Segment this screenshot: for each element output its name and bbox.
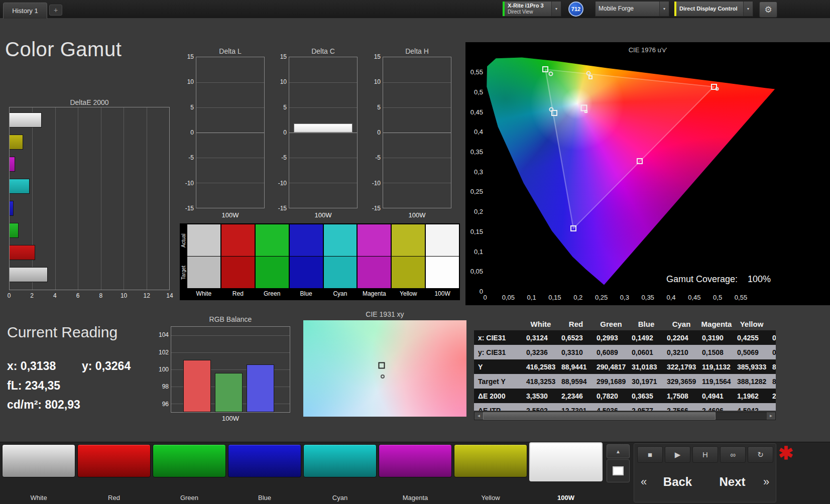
pattern-source-labels: Mobile Forge <box>596 6 659 13</box>
patch-label: Blue <box>228 494 301 501</box>
gridline <box>78 107 78 290</box>
deltae-bar-cyan <box>10 179 30 194</box>
meter-dropdown[interactable]: X-Rite i1Pro 3 Direct View ▼ <box>502 1 561 17</box>
deltae2000-plot <box>9 107 170 290</box>
deltae-bar-white <box>10 267 48 282</box>
table-header-row: WhiteRedGreenBlueCyanMagentaYellow <box>474 317 776 330</box>
swatch-actual <box>324 224 357 256</box>
pattern-button[interactable]: H <box>692 446 718 463</box>
swatch-target <box>324 257 357 288</box>
rgb-balance-yticks: 1041021009896 <box>159 326 169 413</box>
target-row-label: Target <box>180 257 187 288</box>
swatch-target <box>290 257 323 288</box>
table-cell: 4,5036 <box>594 403 629 411</box>
add-tab-button[interactable]: + <box>49 5 62 16</box>
swatch-column-green: Green <box>256 224 289 300</box>
refresh-button[interactable]: ↻ <box>748 446 773 463</box>
rgb-bar-green <box>215 373 243 412</box>
delta-h-plot <box>383 57 451 208</box>
patch-swatch <box>77 444 151 477</box>
table-cell: 0,1508 <box>699 345 734 359</box>
table-cell: 2,2346 <box>558 389 594 403</box>
axis-tick-label: 5 <box>370 104 381 111</box>
gear-icon: ⚙ <box>764 5 772 15</box>
axis-tick-label: 98 <box>159 383 169 390</box>
alert-asterisk-icon[interactable]: ✱ <box>778 442 793 464</box>
rgb-balance-plot <box>171 326 290 413</box>
table-cell: 290,4817 <box>594 359 629 374</box>
swatch-label: 100W <box>426 288 459 299</box>
patch-button-red[interactable]: Red <box>77 442 151 504</box>
reading-fl-value: fL: 234,35 <box>7 379 60 393</box>
cie1976-panel: CIE 1976 u'v' 00,050,10,150,20,250,30,35… <box>465 42 830 305</box>
swatch-target <box>221 257 255 288</box>
play-button[interactable]: ▶ <box>665 446 690 463</box>
swatch-actual <box>256 224 289 256</box>
table-cell: 2,9577 <box>629 403 664 411</box>
pattern-up-button[interactable]: ▲ <box>607 444 630 458</box>
next-button[interactable]: Next <box>705 475 760 489</box>
delta-c-yticks: 151050-5-10-15 <box>276 57 287 208</box>
patch-label: Cyan <box>303 494 377 501</box>
axis-tick-label: 6 <box>76 292 80 299</box>
patch-swatch <box>379 444 452 477</box>
loop-button[interactable]: ∞ <box>720 446 746 463</box>
table-row: x: CIE310,31240,65230,29930,14920,22040,… <box>474 330 776 345</box>
scroll-thumb[interactable] <box>483 412 716 420</box>
table-scrollbar[interactable]: ◄ ► <box>474 412 776 420</box>
table-cell: 0,3190 <box>699 330 734 345</box>
patch-button-yellow[interactable]: Yellow <box>454 442 527 504</box>
gridline <box>383 133 451 133</box>
patch-button-cyan[interactable]: Cyan <box>303 442 377 504</box>
back-button[interactable]: Back <box>650 475 705 489</box>
swatch-column-blue: Blue <box>290 224 323 300</box>
deltae2000-title: DeltaE 2000 <box>9 98 170 106</box>
patch-label: Red <box>77 494 151 501</box>
back-chevron-button[interactable]: « <box>637 475 650 488</box>
table-row-label: Target Y <box>474 374 523 389</box>
table-cell: 2,7566 <box>664 403 699 411</box>
marker-yellow-target <box>588 75 592 79</box>
pattern-source-label: Mobile Forge <box>599 6 656 13</box>
display-control-dropdown[interactable]: Direct Display Control ▼ <box>674 1 753 17</box>
axis-tick-label: 0,5 <box>713 294 722 301</box>
gridline <box>101 107 101 290</box>
axis-tick-label: 96 <box>159 401 169 408</box>
stop-button[interactable]: ■ <box>637 446 663 463</box>
scroll-track[interactable] <box>483 412 767 420</box>
patch-label: Yellow <box>454 494 527 501</box>
tab-history[interactable]: History 1 <box>3 3 47 19</box>
pattern-source-dropdown[interactable]: Mobile Forge ▼ <box>595 1 669 17</box>
swatch-column-white: White <box>187 224 220 300</box>
next-chevron-button[interactable]: » <box>760 475 773 488</box>
app-window: History 1 + X-Rite i1Pro 3 Direct View ▼… <box>0 0 830 504</box>
swatch-label: Green <box>256 288 289 299</box>
patch-button-100w[interactable]: 100W <box>529 442 603 504</box>
table-row: y: CIE310,32360,33100,60890,06010,32100,… <box>474 345 776 359</box>
settings-button[interactable]: ⚙ <box>759 2 777 18</box>
reading-cd-value: cd/m²: 802,93 <box>7 398 80 412</box>
table-row: ΔE ITP2,550212,73014,50362,95772,75662,4… <box>474 403 776 411</box>
table-header-cell: Red <box>558 317 594 330</box>
pattern-window-button[interactable] <box>607 459 630 482</box>
axis-tick-label: 5 <box>183 104 194 111</box>
table-cell: 0 <box>769 345 776 359</box>
axis-tick-label: 10 <box>276 78 287 85</box>
swatch-target <box>256 257 289 288</box>
swatch-column-magenta: Magenta <box>358 224 391 300</box>
up-arrow-icon: ▲ <box>616 449 621 454</box>
table-cell: 12,7301 <box>558 403 594 411</box>
cie1931-chart: CIE 1931 xy <box>303 310 466 418</box>
patch-button-white[interactable]: White <box>2 442 75 504</box>
patch-label: 100W <box>529 494 603 501</box>
scroll-right-button[interactable]: ► <box>767 412 775 420</box>
swatch-actual <box>187 224 220 256</box>
patch-button-magenta[interactable]: Magenta <box>379 442 452 504</box>
patch-button-blue[interactable]: Blue <box>228 442 301 504</box>
scroll-left-button[interactable]: ◄ <box>475 412 483 420</box>
table-cell: 388,1282 <box>734 374 769 389</box>
axis-tick-label: 0,35 <box>466 148 483 156</box>
patch-button-green[interactable]: Green <box>153 442 226 504</box>
axis-tick-label: 0,1 <box>466 247 483 255</box>
table-cell: 31,0183 <box>629 359 664 374</box>
